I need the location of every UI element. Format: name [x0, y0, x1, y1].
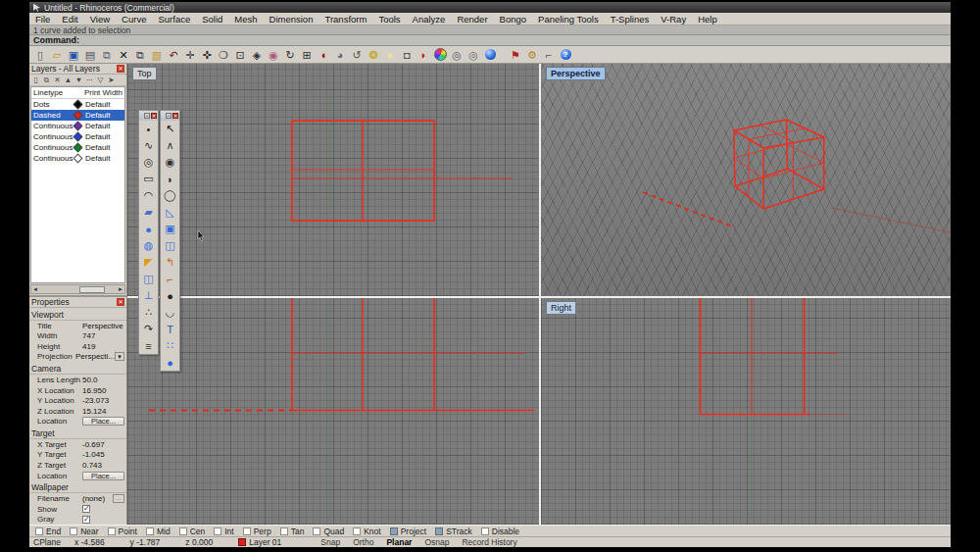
- layer-color-swatch[interactable]: [74, 122, 83, 131]
- command-input[interactable]: Command:: [29, 35, 951, 46]
- render-sphere-icon[interactable]: [482, 47, 498, 63]
- osnap-toggle[interactable]: Quad: [313, 527, 344, 536]
- osnap-toggle[interactable]: Knot: [353, 527, 381, 536]
- pointer-icon[interactable]: ↖: [161, 121, 179, 137]
- surface[interactable]: Surface: [152, 14, 196, 25]
- array-icon[interactable]: ∷: [161, 337, 179, 354]
- ellipsoid-icon[interactable]: ◍: [139, 237, 158, 254]
- t-splines[interactable]: T-Splines: [605, 14, 656, 25]
- save-icon[interactable]: ▣: [66, 47, 81, 63]
- zoom-dynamic-icon[interactable]: ◈: [249, 47, 265, 63]
- layer-color-swatch[interactable]: [74, 154, 83, 164]
- spotlight-icon[interactable]: ❂: [366, 47, 381, 63]
- record-history[interactable]: Record History: [462, 537, 516, 547]
- mesh[interactable]: Mesh: [228, 14, 263, 25]
- undo-icon[interactable]: ↶: [166, 47, 181, 63]
- camera-place-button[interactable]: Place...: [82, 417, 124, 426]
- title-bar[interactable]: Untitled - Rhinoceros (Commercial): [29, 2, 951, 13]
- flag-icon[interactable]: ⚑: [508, 47, 523, 63]
- lock-icon[interactable]: ◘: [399, 47, 415, 63]
- osnap-toggle[interactable]: Project: [390, 527, 426, 536]
- minimize-icon[interactable]: –: [166, 113, 172, 119]
- linked-blocks-icon[interactable]: ⌐: [541, 47, 557, 63]
- zoom-icon[interactable]: ❍: [216, 47, 231, 63]
- snap[interactable]: Snap: [320, 537, 340, 547]
- osnap-toggle[interactable]: Point: [108, 527, 137, 536]
- file[interactable]: File: [29, 14, 56, 25]
- browse-button[interactable]: …: [113, 494, 124, 503]
- show-checkbox[interactable]: [82, 505, 90, 513]
- osnap-toggle[interactable]: Cen: [179, 527, 206, 536]
- shaded-view-icon[interactable]: ◖: [316, 47, 331, 63]
- layers-hscrollbar[interactable]: ◄ ►: [30, 284, 125, 294]
- lightbulb-icon[interactable]: ●: [382, 47, 398, 63]
- arc-3pt-icon[interactable]: ◗: [161, 171, 179, 187]
- checkbox[interactable]: [214, 527, 221, 535]
- checkbox[interactable]: [280, 527, 288, 535]
- viewport-top-label[interactable]: Top: [132, 67, 157, 80]
- layer-row[interactable]: Continuous Default: [31, 153, 124, 164]
- checkbox[interactable]: [313, 527, 320, 535]
- print-icon[interactable]: ▤: [82, 47, 98, 63]
- current-layer[interactable]: Layer 01: [238, 537, 281, 547]
- refresh-view-icon[interactable]: ↺: [349, 47, 365, 63]
- checkbox[interactable]: [435, 527, 443, 535]
- lens-value[interactable]: 50.0: [82, 376, 124, 384]
- viewport-front[interactable]: [127, 298, 539, 525]
- sphere-icon[interactable]: ●: [139, 221, 158, 237]
- viewport-layout-icon[interactable]: ⊞: [299, 47, 315, 63]
- pan-icon[interactable]: ✛: [182, 47, 198, 63]
- export-icon[interactable]: ⧉: [99, 47, 115, 63]
- color-wheel-icon[interactable]: [432, 47, 448, 63]
- point-icon[interactable]: •: [139, 121, 158, 137]
- gray-checkbox[interactable]: [82, 516, 90, 524]
- target-place-button[interactable]: Place...: [82, 472, 124, 480]
- ortho[interactable]: Ortho: [353, 537, 373, 547]
- box-icon[interactable]: ▣: [161, 221, 179, 237]
- open-folder-icon[interactable]: ▱: [49, 47, 65, 63]
- layer-color-swatch[interactable]: [74, 100, 83, 110]
- close-icon[interactable]: ✕: [172, 113, 178, 119]
- render[interactable]: Render: [451, 14, 493, 25]
- scroll-left-icon[interactable]: ◄: [32, 286, 38, 292]
- options-gears-icon[interactable]: ⚙: [524, 47, 540, 63]
- viewport-right-label[interactable]: Right: [546, 301, 576, 315]
- zoom-selected-icon[interactable]: ◉: [266, 47, 281, 63]
- filter-icon[interactable]: ▽: [96, 75, 105, 84]
- toolbar-caption[interactable]: – ✕: [139, 111, 158, 121]
- arc-icon[interactable]: ◡: [161, 304, 179, 321]
- checkbox[interactable]: [146, 527, 154, 535]
- layer-color-swatch[interactable]: [74, 143, 83, 153]
- checkbox[interactable]: [353, 527, 361, 535]
- move-icon[interactable]: ✜: [199, 47, 215, 63]
- handle-curve-icon[interactable]: ↷: [139, 321, 158, 337]
- projection-dropdown[interactable]: Perspecti... ▼: [75, 352, 124, 361]
- rotate-view-icon[interactable]: ↻: [282, 47, 298, 63]
- toolbar-caption[interactable]: – ✕: [161, 111, 179, 121]
- edit[interactable]: Edit: [56, 14, 83, 25]
- viewport-perspective[interactable]: Perspective: [541, 64, 951, 296]
- checkbox[interactable]: [243, 527, 251, 535]
- circle-center-icon[interactable]: ◉: [161, 154, 179, 171]
- checkbox[interactable]: [179, 527, 187, 535]
- layer-row[interactable]: Continuous Default: [31, 142, 124, 153]
- boolean-icon[interactable]: ●: [161, 287, 179, 304]
- chevron-down-icon[interactable]: ▼: [115, 352, 124, 361]
- y-location-value[interactable]: -23.073: [82, 396, 124, 405]
- osnap-toggle[interactable]: End: [35, 527, 61, 536]
- osnap-toggle[interactable]: Tan: [280, 527, 305, 536]
- checkbox[interactable]: [108, 527, 116, 535]
- minimize-icon[interactable]: –: [144, 113, 150, 119]
- osnap-toggle[interactable]: Mid: [146, 527, 171, 536]
- polyline-icon[interactable]: ∧: [161, 137, 179, 154]
- text-icon[interactable]: T: [161, 321, 179, 337]
- render-sphere-icon[interactable]: ●: [161, 354, 179, 371]
- close-icon[interactable]: ✕: [117, 65, 124, 73]
- surface-corner-icon[interactable]: ◺: [161, 204, 179, 221]
- surface-icon[interactable]: ▰: [139, 204, 158, 221]
- control-point-curve-icon[interactable]: ∿: [139, 137, 158, 154]
- pipe-icon[interactable]: ⊥: [139, 287, 158, 304]
- copy-icon[interactable]: ⧉: [132, 47, 148, 63]
- osnap-toggle[interactable]: STrack: [435, 527, 472, 536]
- v-ray[interactable]: V-Ray: [655, 14, 692, 25]
